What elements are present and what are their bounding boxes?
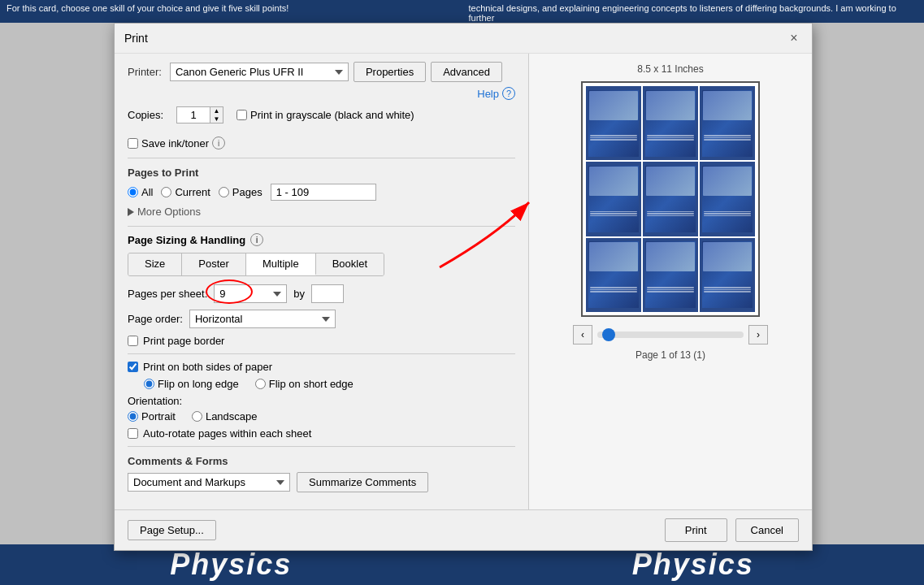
copies-up-button[interactable]: ▲ (210, 107, 223, 115)
pages-label: Pages (232, 186, 262, 198)
save-ink-label[interactable]: Save ink/toner (141, 137, 209, 150)
divider-1 (128, 158, 515, 158)
print-border-checkbox[interactable] (128, 336, 138, 346)
copies-down-button[interactable]: ▼ (210, 115, 223, 124)
portrait-radio-label[interactable]: Portrait (128, 410, 176, 422)
dialog-title: Print (124, 32, 148, 45)
page-slider-track[interactable] (597, 332, 744, 338)
copies-row: Copies: ▲ ▼ Print in grayscale (black an… (128, 106, 515, 150)
preview-cell-1 (586, 86, 641, 160)
top-banner-right: technical designs, and explaining engine… (462, 0, 925, 23)
copies-input[interactable] (177, 107, 210, 123)
footer-right-buttons: Print Cancel (665, 518, 799, 542)
printer-select[interactable]: Canon Generic Plus UFR II (170, 63, 349, 81)
pages-radio[interactable] (219, 187, 229, 197)
divider-3 (128, 353, 515, 354)
summarize-comments-button[interactable]: Summarize Comments (297, 472, 428, 492)
help-text: Help (477, 88, 499, 100)
pages-to-print-row: All Current Pages (128, 184, 515, 201)
flip-long-radio[interactable] (144, 379, 154, 389)
pages-per-sheet-select[interactable]: 9 1 2 4 6 16 (214, 284, 287, 303)
comments-forms-header: Comments & Forms (128, 455, 515, 467)
help-link[interactable]: Help ? (477, 87, 515, 100)
prev-page-button[interactable]: ‹ (573, 325, 592, 344)
tab-size[interactable]: Size (128, 254, 182, 275)
copies-spinner: ▲ ▼ (210, 107, 223, 123)
both-sides-checkbox[interactable] (128, 362, 138, 372)
flip-short-radio-label[interactable]: Flip on short edge (255, 378, 354, 390)
left-panel: Printer: Canon Generic Plus UFR II Prope… (115, 54, 529, 509)
printer-label: Printer: (128, 66, 162, 78)
landscape-radio-label[interactable]: Landscape (192, 410, 258, 422)
landscape-label: Landscape (206, 410, 258, 422)
pages-to-print-header: Pages to Print (128, 167, 515, 179)
flip-long-label: Flip on long edge (158, 378, 239, 390)
properties-button[interactable]: Properties (354, 62, 426, 82)
current-radio-label[interactable]: Current (161, 186, 210, 198)
preview-cell-9 (700, 238, 755, 312)
next-page-button[interactable]: › (748, 325, 768, 344)
pps-select-wrap: 9 1 2 4 6 16 (214, 284, 287, 303)
tab-booklet[interactable]: Booklet (316, 254, 384, 275)
preview-cell-7 (586, 238, 641, 312)
preview-size-label: 8.5 x 11 Inches (637, 63, 703, 75)
close-button[interactable]: × (786, 30, 802, 46)
current-label: Current (175, 186, 210, 198)
portrait-radio[interactable] (128, 411, 138, 422)
page-order-row: Page order: Horizontal Horizontal Revers… (128, 310, 515, 328)
dialog-body: Printer: Canon Generic Plus UFR II Prope… (115, 54, 812, 509)
grayscale-checkbox[interactable] (236, 110, 247, 120)
auto-rotate-checkbox[interactable] (128, 428, 138, 439)
copies-label: Copies: (128, 109, 163, 121)
save-ink-info-icon: i (212, 136, 225, 150)
cancel-button[interactable]: Cancel (735, 518, 799, 542)
both-sides-label[interactable]: Print on both sides of paper (143, 361, 272, 373)
current-radio[interactable] (161, 187, 171, 197)
print-button[interactable]: Print (665, 518, 727, 542)
all-radio-label[interactable]: All (128, 186, 153, 198)
grayscale-label[interactable]: Print in grayscale (black and white) (250, 109, 414, 121)
more-options-row[interactable]: More Options (128, 206, 515, 218)
page-sizing-header: Page Sizing & Handling i (128, 233, 515, 246)
duplex-radio-group: Flip on long edge Flip on short edge (144, 378, 515, 390)
auto-rotate-checkbox-item: Auto-rotate pages within each sheet (128, 427, 515, 440)
flip-long-radio-label[interactable]: Flip on long edge (144, 378, 239, 390)
pages-per-sheet-label: Pages per sheet: (128, 288, 207, 300)
comments-forms-select[interactable]: Document and Markups Document Document a… (128, 473, 290, 492)
orientation-section: Orientation: (128, 395, 515, 407)
by-input[interactable] (311, 284, 344, 303)
pages-radio-label[interactable]: Pages (219, 186, 262, 198)
by-label: by (293, 288, 305, 300)
tab-multiple[interactable]: Multiple (246, 254, 316, 275)
auto-rotate-label[interactable]: Auto-rotate pages within each sheet (143, 427, 311, 440)
page-order-select[interactable]: Horizontal Horizontal Reversed Vertical … (189, 310, 336, 328)
all-radio[interactable] (128, 187, 138, 197)
save-ink-checkbox[interactable] (128, 138, 138, 149)
printer-row: Printer: Canon Generic Plus UFR II Prope… (128, 62, 515, 100)
copies-input-wrap: ▲ ▼ (176, 106, 223, 124)
page-info: Page 1 of 13 (1) (636, 349, 705, 361)
pages-range-input[interactable] (271, 184, 376, 201)
landscape-radio[interactable] (192, 411, 202, 422)
page-sizing-label: Page Sizing & Handling (128, 234, 245, 246)
page-slider-thumb (602, 328, 615, 341)
divider-4 (128, 446, 515, 447)
page-setup-button[interactable]: Page Setup... (128, 520, 216, 540)
flip-short-label: Flip on short edge (269, 378, 354, 390)
dialog-titlebar: Print × (115, 24, 812, 54)
tab-poster[interactable]: Poster (182, 254, 246, 275)
dialog-footer: Page Setup... Print Cancel (115, 509, 812, 550)
print-border-label[interactable]: Print page border (143, 335, 224, 347)
comments-forms-row: Document and Markups Document Document a… (128, 472, 515, 492)
divider-2 (128, 226, 515, 227)
advanced-button[interactable]: Advanced (431, 62, 502, 82)
triangle-icon (128, 208, 134, 216)
navigation-row: ‹ › (573, 325, 768, 344)
save-ink-checkbox-row: Save ink/toner i (128, 136, 225, 150)
preview-cell-5 (643, 162, 698, 236)
flip-short-radio[interactable] (255, 379, 266, 389)
orientation-header: Orientation: (128, 395, 182, 407)
preview-cell-8 (643, 238, 698, 312)
background-top-banner: For this card, choose one skill of your … (0, 0, 924, 23)
top-banner-left: For this card, choose one skill of your … (0, 0, 462, 23)
